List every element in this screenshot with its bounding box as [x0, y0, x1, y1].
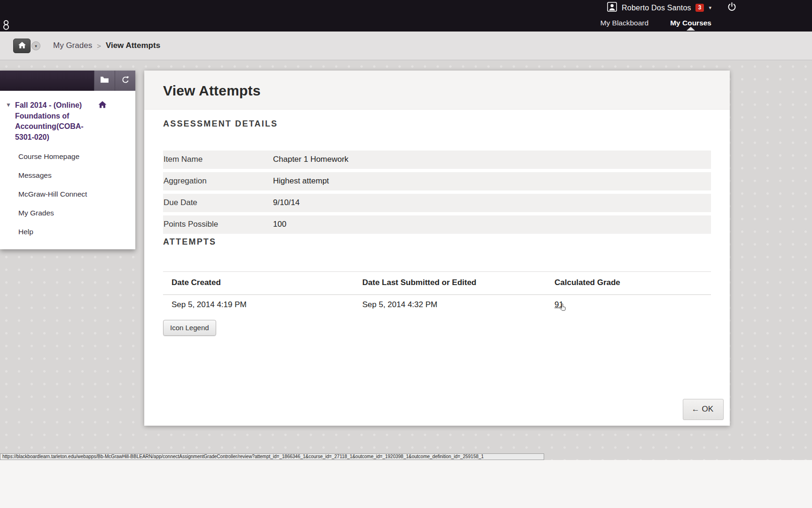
detail-row-due-date: Due Date 9/10/14	[163, 194, 711, 212]
top-global-bar: Roberto Dos Santos 3 ▾ My Blackboard My …	[0, 0, 812, 32]
icon-legend-button[interactable]: Icon Legend	[163, 320, 216, 336]
ok-button[interactable]: ← OK	[683, 399, 724, 420]
panel-header: View Attempts	[144, 71, 730, 110]
detail-value: 100	[273, 220, 286, 229]
detail-row-points-possible: Points Possible 100	[163, 215, 711, 234]
nav-my-courses[interactable]: My Courses	[670, 15, 711, 31]
attempts-table-header: Date Created Date Last Submitted or Edit…	[163, 272, 711, 295]
sidebar-header	[0, 71, 135, 91]
attempts-heading: ATTEMPTS	[163, 237, 711, 247]
breadcrumb-separator: >	[97, 42, 101, 50]
sidebar-item-mcgraw-hill-connect[interactable]: McGraw-Hill Connect	[18, 190, 130, 198]
user-menu[interactable]: Roberto Dos Santos 3 ▾	[607, 0, 737, 16]
detail-label: Item Name	[164, 155, 273, 164]
assessment-details-list: Item Name Chapter 1 Homework Aggregation…	[163, 151, 711, 234]
folder-icon	[100, 76, 109, 85]
breadcrumb-my-grades[interactable]: My Grades	[53, 41, 92, 50]
attempt-row: Sep 5, 2014 4:19 PM Sep 5, 2014 4:32 PM …	[163, 295, 711, 313]
course-title-row: ▼ Fall 2014 - (Online) Foundations of Ac…	[5, 100, 130, 143]
detail-row-item-name: Item Name Chapter 1 Homework	[163, 151, 711, 169]
attempts-table: Date Created Date Last Submitted or Edit…	[163, 271, 711, 313]
panel-body: ASSESSMENT DETAILS Item Name Chapter 1 H…	[144, 110, 730, 336]
detail-row-aggregation: Aggregation Highest attempt	[163, 172, 711, 190]
detail-label: Aggregation	[164, 176, 273, 186]
chevron-down-icon: ▾	[709, 5, 711, 11]
attempt-date-last-submitted: Sep 5, 2014 4:32 PM	[362, 300, 554, 310]
folder-view-button[interactable]	[94, 71, 115, 91]
attempt-date-created: Sep 5, 2014 4:19 PM	[163, 300, 362, 310]
col-date-last-submitted: Date Last Submitted or Edited	[362, 278, 554, 287]
detail-value: Highest attempt	[273, 176, 329, 186]
notification-badge[interactable]: 3	[695, 4, 704, 12]
course-menu-sidebar: ▼ Fall 2014 - (Online) Foundations of Ac…	[0, 71, 135, 249]
bottom-strip	[0, 460, 812, 508]
assessment-details-heading: ASSESSMENT DETAILS	[163, 119, 711, 129]
collapse-course-menu-icon[interactable]: ▼	[6, 102, 11, 108]
course-entry-home-icon[interactable]	[98, 101, 107, 111]
sidebar-item-messages[interactable]: Messages	[18, 171, 130, 180]
sidebar-header-spacer	[0, 71, 94, 91]
sidebar-item-course-homepage[interactable]: Course Homepage	[18, 152, 130, 161]
refresh-button[interactable]	[115, 71, 135, 91]
detail-value: Chapter 1 Homework	[273, 155, 349, 164]
page-title: View Attempts	[163, 83, 711, 99]
blackboard-logo-icon	[2, 20, 10, 32]
course-title-link[interactable]: Fall 2014 - (Online) Foundations of Acco…	[15, 100, 91, 143]
col-calculated-grade: Calculated Grade	[554, 278, 711, 287]
view-attempts-panel: View Attempts ASSESSMENT DETAILS Item Na…	[144, 71, 730, 426]
breadcrumb-expand-button[interactable]: ▾	[31, 41, 40, 50]
course-menu-list: Course Homepage Messages McGraw-Hill Con…	[18, 152, 130, 236]
detail-label: Points Possible	[164, 220, 273, 229]
sidebar-body: ▼ Fall 2014 - (Online) Foundations of Ac…	[0, 91, 135, 249]
chevron-down-icon: ▾	[35, 44, 37, 48]
power-icon	[727, 2, 737, 14]
avatar-icon	[607, 1, 617, 14]
breadcrumb-bar: ▾ My Grades > View Attempts	[0, 32, 812, 60]
sidebar-item-help[interactable]: Help	[18, 228, 130, 236]
breadcrumb: My Grades > View Attempts	[53, 32, 160, 60]
mouse-pointer-icon	[559, 303, 567, 314]
breadcrumb-current-page: View Attempts	[106, 41, 160, 50]
home-icon	[18, 41, 26, 51]
attempt-grade-cell: 91	[554, 300, 711, 310]
detail-label: Due Date	[164, 198, 273, 207]
refresh-icon	[121, 76, 130, 86]
course-home-button[interactable]	[13, 39, 31, 53]
detail-value: 9/10/14	[273, 198, 300, 207]
active-tab-pointer	[687, 27, 695, 31]
logout-button[interactable]	[727, 2, 737, 14]
top-nav: My Blackboard My Courses	[601, 15, 711, 31]
user-name: Roberto Dos Santos	[622, 4, 691, 12]
browser-status-bar: https://blackboardlearn.tarleton.edu/web…	[0, 453, 544, 460]
nav-my-blackboard[interactable]: My Blackboard	[601, 19, 649, 27]
sidebar-item-my-grades[interactable]: My Grades	[18, 209, 130, 217]
col-date-created: Date Created	[163, 278, 362, 287]
